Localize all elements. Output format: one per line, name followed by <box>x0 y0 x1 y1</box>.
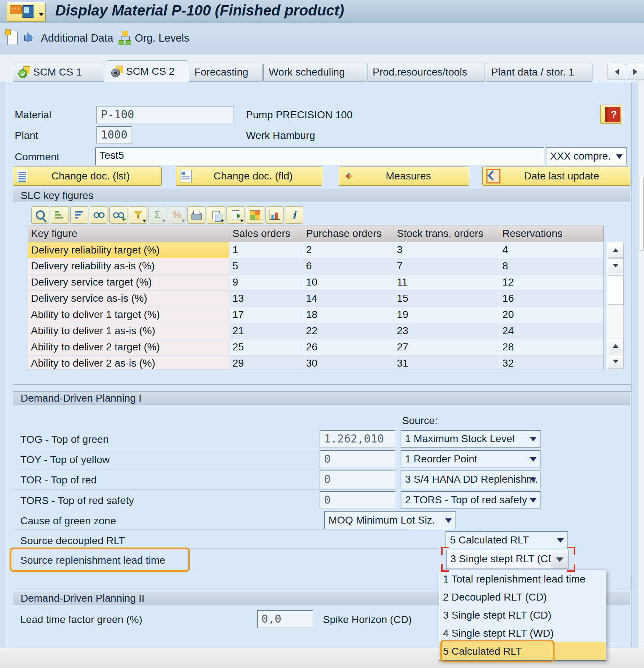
dropdown-option-single-stept-cd[interactable]: 3 Single stept RLT (CD) <box>439 606 606 624</box>
column-header[interactable]: Sales orders <box>229 226 303 242</box>
value-cell[interactable]: 10 <box>303 274 394 291</box>
graphic-icon[interactable] <box>265 206 284 224</box>
scroll-up-button[interactable] <box>608 243 623 258</box>
additional-data-button[interactable]: Additional Data <box>24 29 113 46</box>
value-cell[interactable]: 29 <box>229 356 303 370</box>
help-button[interactable]: ? <box>600 105 622 124</box>
scrollbar-thumb[interactable] <box>640 177 644 251</box>
column-header[interactable]: Stock trans. orders <box>394 226 500 242</box>
source-replenishment-lead-time-combobox[interactable]: 3 Single stept RLT (CD) <box>446 550 569 569</box>
value-cell[interactable]: 15 <box>394 291 500 307</box>
tab-forecasting[interactable]: Forecasting <box>189 63 263 82</box>
table-row[interactable]: Ability to deliver 2 target (%) 25 26 27… <box>28 339 603 356</box>
key-figure-cell[interactable]: Delivery reliability target (%) <box>28 242 229 258</box>
tor-source-dropdown[interactable]: 3 S/4 HANA DD Replenishm. <box>401 471 541 488</box>
views-icon[interactable] <box>207 206 225 224</box>
scroll-up-button[interactable] <box>608 339 623 353</box>
main-scrollbar[interactable] <box>639 82 644 648</box>
value-cell[interactable]: 5 <box>229 258 303 274</box>
comment-field[interactable]: Test5 <box>95 147 544 165</box>
value-cell[interactable]: 28 <box>499 339 603 356</box>
toy-field[interactable]: 0 <box>320 450 395 468</box>
scroll-down-button[interactable] <box>608 258 623 273</box>
subtotal-icon[interactable]: % <box>168 206 186 224</box>
dropdown-option-total-rlt[interactable]: 1 Total replenishment lead time <box>439 570 606 588</box>
export-icon[interactable] <box>226 206 244 224</box>
table-scrollbar[interactable] <box>607 242 624 370</box>
key-figure-cell[interactable]: Ability to deliver 2 as-is (%) <box>28 356 229 370</box>
session-page-button[interactable] <box>7 29 18 46</box>
source-decoupled-rlt-dropdown[interactable]: 5 Calculated RLT <box>446 531 568 549</box>
key-figure-cell[interactable]: Delivery reliability as-is (%) <box>28 258 229 274</box>
table-row[interactable]: Delivery reliability as-is (%) 5 6 7 8 <box>28 258 603 274</box>
value-cell[interactable]: 21 <box>229 323 303 339</box>
scroll-down-button[interactable] <box>608 354 623 369</box>
plant-field[interactable]: 1000 <box>96 126 132 144</box>
value-cell[interactable]: 20 <box>499 307 603 323</box>
value-cell[interactable]: 11 <box>394 274 500 291</box>
comment-dropdown[interactable]: XXX compre. <box>546 147 627 165</box>
value-cell[interactable]: 7 <box>394 258 500 274</box>
tog-source-dropdown[interactable]: 1 Maximum Stock Level <box>401 430 541 448</box>
filter-icon[interactable] <box>129 206 147 224</box>
scrollbar-thumb[interactable] <box>608 275 623 305</box>
sort-descending-icon[interactable] <box>70 206 88 224</box>
find-icon[interactable] <box>90 206 108 224</box>
dropdown-option-decoupled-rlt[interactable]: 2 Decoupled RLT (CD) <box>439 588 606 606</box>
value-cell[interactable]: 16 <box>499 291 603 307</box>
table-row[interactable]: Ability to deliver 1 target (%) 17 18 19… <box>28 307 603 323</box>
value-cell[interactable]: 32 <box>499 356 603 370</box>
value-cell[interactable]: 13 <box>229 291 303 307</box>
combobox-dropdown-button[interactable] <box>551 550 568 569</box>
tab-plant-data-stor-1[interactable]: Plant data / stor. 1 <box>486 63 592 82</box>
table-row[interactable]: Ability to deliver 1 as-is (%) 21 22 23 … <box>28 323 603 339</box>
value-cell[interactable]: 8 <box>499 258 603 274</box>
tab-scroll-left-button[interactable] <box>608 64 625 80</box>
value-cell[interactable]: 23 <box>394 323 500 339</box>
lead-time-factor-green-field[interactable]: 0,0 <box>257 610 313 628</box>
tab-work-scheduling[interactable]: Work scheduling <box>263 63 366 82</box>
value-cell[interactable]: 25 <box>229 339 303 356</box>
value-cell[interactable]: 9 <box>229 274 303 291</box>
key-figure-cell[interactable]: Ability to deliver 1 as-is (%) <box>28 323 229 339</box>
value-cell[interactable]: 4 <box>499 242 603 258</box>
value-cell[interactable]: 19 <box>394 307 500 323</box>
find-next-icon[interactable] <box>109 206 127 224</box>
measures-button[interactable]: Measures <box>339 167 469 186</box>
value-cell[interactable]: 18 <box>303 307 394 323</box>
column-header[interactable]: Reservations <box>499 226 603 242</box>
value-cell[interactable]: 31 <box>394 356 500 370</box>
tab-scm-cs-1[interactable]: SCM CS 1 <box>13 63 104 82</box>
sum-icon[interactable]: Σ <box>148 206 166 224</box>
value-cell[interactable]: 3 <box>394 242 500 258</box>
table-row[interactable]: Delivery service target (%) 9 10 11 12 <box>28 274 603 291</box>
change-doc-lst-button[interactable]: Change doc. (lst) <box>13 167 162 186</box>
value-cell[interactable]: 1 <box>229 242 303 258</box>
table-row[interactable]: Ability to deliver 2 as-is (%) 29 30 31 … <box>28 356 603 370</box>
tab-scroll-right-button[interactable] <box>627 64 644 80</box>
table-row[interactable]: Delivery service as-is (%) 13 14 15 16 <box>28 291 603 307</box>
material-field[interactable]: P-100 <box>96 106 234 123</box>
tor-field[interactable]: 0 <box>320 471 395 488</box>
key-figure-cell[interactable]: Ability to deliver 2 target (%) <box>28 339 229 356</box>
column-header[interactable]: Key figure <box>28 226 229 242</box>
tab-scm-cs-2[interactable]: SCM CS 2 <box>106 60 188 82</box>
value-cell[interactable]: 6 <box>303 258 394 274</box>
layout-icon[interactable] <box>246 206 264 224</box>
value-cell[interactable]: 27 <box>394 339 500 356</box>
cause-green-zone-dropdown[interactable]: MOQ Minimum Lot Siz. <box>324 511 456 529</box>
value-cell[interactable]: 17 <box>229 307 303 323</box>
date-last-update-button[interactable]: Date last update <box>482 167 630 186</box>
detail-icon[interactable] <box>31 206 49 224</box>
tors-field[interactable]: 0 <box>320 491 395 509</box>
value-cell[interactable]: 22 <box>303 323 394 339</box>
sort-ascending-icon[interactable] <box>51 206 69 224</box>
value-cell[interactable]: 24 <box>499 323 603 339</box>
table-row[interactable]: Delivery reliability target (%) 1 2 3 4 <box>28 242 603 258</box>
print-icon[interactable] <box>187 206 205 224</box>
services-for-object-button[interactable] <box>7 2 46 22</box>
value-cell[interactable]: 14 <box>303 291 394 307</box>
info-icon[interactable]: i <box>285 206 303 224</box>
tab-prod-resources-tools[interactable]: Prod.resources/tools <box>367 63 485 82</box>
value-cell[interactable]: 2 <box>303 242 394 258</box>
